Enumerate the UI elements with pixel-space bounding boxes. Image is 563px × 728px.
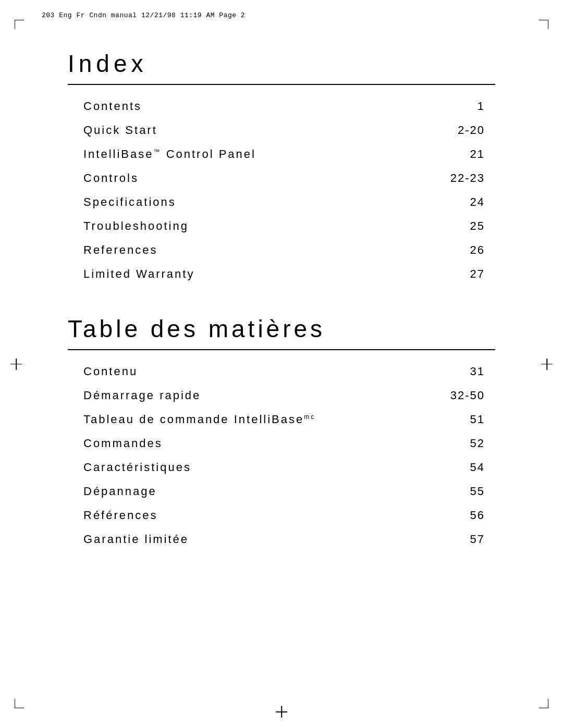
corner-mark-bl <box>15 699 24 708</box>
french-divider <box>68 349 495 350</box>
toc-row-references: References 26 <box>68 238 495 262</box>
toc-row-warranty: Limited Warranty 27 <box>68 262 495 286</box>
reg-crosshair-left <box>10 359 22 370</box>
fr-toc-page-garantie: 57 <box>443 533 485 546</box>
toc-label-contents: Contents <box>83 100 142 113</box>
toc-label-specs: Specifications <box>83 195 176 209</box>
corner-mark-tl <box>15 20 24 29</box>
toc-label-troubleshoot: Troubleshooting <box>83 219 189 233</box>
main-content: Index Contents 1 Quick Start 2-20 Intell… <box>68 39 495 689</box>
fr-toc-label-contenu: Contenu <box>83 365 138 378</box>
fr-toc-label-garantie: Garantie limitée <box>83 533 189 546</box>
index-divider <box>68 84 495 85</box>
corner-mark-br <box>539 699 548 708</box>
fr-toc-page-tableau: 51 <box>443 413 485 426</box>
fr-toc-page-caract: 54 <box>443 461 485 474</box>
fr-toc-label-caract: Caractéristiques <box>83 461 191 474</box>
fr-toc-page-refs: 56 <box>443 509 485 522</box>
fr-toc-row-commandes: Commandes 52 <box>68 431 495 455</box>
index-section: Index Contents 1 Quick Start 2-20 Intell… <box>68 50 495 286</box>
french-title: Table des matières <box>68 315 495 343</box>
fr-toc-row-refs: Références 56 <box>68 503 495 527</box>
toc-label-references: References <box>83 243 158 257</box>
fr-toc-label-refs: Références <box>83 509 158 522</box>
fr-toc-page-contenu: 31 <box>443 365 485 378</box>
french-toc: Contenu 31 Démarrage rapide 32-50 Tablea… <box>68 360 495 551</box>
fr-toc-label-demarrage: Démarrage rapide <box>83 389 201 402</box>
toc-row-controls: Controls 22-23 <box>68 166 495 190</box>
fr-toc-page-depannage: 55 <box>443 485 485 498</box>
toc-page-warranty: 27 <box>443 267 485 281</box>
fr-toc-label-tableau: Tableau de commande IntelliBasemc <box>83 413 315 426</box>
fr-toc-page-demarrage: 32-50 <box>443 389 485 402</box>
fr-toc-row-contenu: Contenu 31 <box>68 360 495 384</box>
toc-page-controls: 22-23 <box>443 171 485 185</box>
fr-toc-page-commandes: 52 <box>443 437 485 450</box>
toc-row-troubleshoot: Troubleshooting 25 <box>68 214 495 238</box>
fr-toc-row-caract: Caractéristiques 54 <box>68 455 495 479</box>
index-title: Index <box>68 50 495 78</box>
toc-label-intellibase: IntelliBase™ Control Panel <box>83 147 256 161</box>
fr-toc-label-depannage: Dépannage <box>83 485 157 498</box>
toc-page-specs: 24 <box>443 195 485 209</box>
print-header: 203 Eng Fr Cndn manual 12/21/98 11:19 AM… <box>42 11 245 19</box>
fr-toc-row-garantie: Garantie limitée 57 <box>68 527 495 551</box>
fr-toc-row-demarrage: Démarrage rapide 32-50 <box>68 384 495 408</box>
page: 203 Eng Fr Cndn manual 12/21/98 11:19 AM… <box>0 0 563 728</box>
corner-mark-tr <box>539 20 548 29</box>
toc-row-quickstart: Quick Start 2-20 <box>68 118 495 142</box>
toc-row-contents: Contents 1 <box>68 94 495 118</box>
toc-page-contents: 1 <box>443 100 485 113</box>
fr-toc-label-commandes: Commandes <box>83 437 163 450</box>
fr-toc-row-tableau: Tableau de commande IntelliBasemc 51 <box>68 408 495 431</box>
toc-page-troubleshoot: 25 <box>443 219 485 233</box>
toc-page-quickstart: 2-20 <box>443 124 485 137</box>
toc-row-intellibase: IntelliBase™ Control Panel 21 <box>68 142 495 166</box>
toc-label-quickstart: Quick Start <box>83 124 157 137</box>
index-toc: Contents 1 Quick Start 2-20 IntelliBase™… <box>68 94 495 286</box>
toc-page-intellibase: 21 <box>443 147 485 161</box>
reg-crosshair-bottom <box>276 706 287 718</box>
fr-toc-row-depannage: Dépannage 55 <box>68 479 495 503</box>
toc-page-references: 26 <box>443 243 485 257</box>
toc-row-specs: Specifications 24 <box>68 190 495 214</box>
toc-label-warranty: Limited Warranty <box>83 267 194 281</box>
french-section: Table des matières Contenu 31 Démarrage … <box>68 315 495 551</box>
toc-label-controls: Controls <box>83 171 139 185</box>
reg-crosshair-right <box>541 359 553 370</box>
